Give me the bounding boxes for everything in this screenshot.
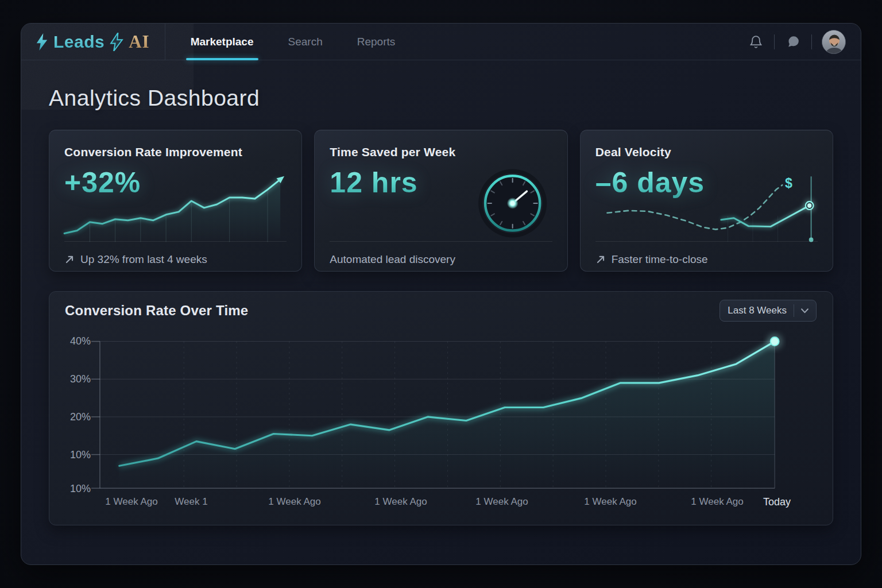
card-deal-velocity: Deal Velocity –6 days $ [580, 130, 833, 272]
conversion-chart-panel: Conversion Rate Over Time Last 8 Weeks [49, 291, 833, 525]
chat-icon [786, 34, 800, 49]
card-title: Deal Velocity [595, 145, 818, 159]
page-title: Analytics Dashboard [49, 86, 833, 111]
trend-up-arrow-icon [595, 254, 606, 265]
conversion-line-chart [49, 292, 833, 525]
card-divider [595, 241, 818, 242]
y-tick-label: 10% [49, 449, 91, 461]
nav-tabs: Marketplace Search Reports [173, 24, 413, 60]
card-footer-text: Faster time-to-close [612, 253, 708, 266]
x-tick-label: Week 1 [175, 496, 207, 508]
dollar-marker: $ [785, 176, 792, 191]
card-conversion-rate-improvement: Conversion Rate Improvement +32% [49, 130, 302, 272]
tab-reports-label: Reports [357, 36, 396, 48]
tab-reports[interactable]: Reports [340, 24, 413, 60]
x-tick-label-today: Today [763, 496, 791, 508]
logo-text-leads: Leads [53, 32, 105, 52]
tab-marketplace-label: Marketplace [191, 36, 254, 48]
tab-marketplace[interactable]: Marketplace [173, 24, 271, 60]
lightning-bolt-icon [35, 33, 49, 51]
card-footer: Automated lead discovery [330, 248, 552, 271]
trend-up-arrow-icon [64, 254, 75, 265]
card-value: –6 days [595, 166, 705, 199]
card-footer: Up 32% from last 4 weeks [64, 248, 287, 271]
lightning-bolt-outline-icon [109, 33, 124, 51]
card-divider [330, 241, 552, 242]
navbar-divider [811, 34, 812, 49]
messages-button[interactable] [784, 33, 802, 51]
x-tick-label: 1 Week Ago [105, 496, 157, 508]
tab-search-label: Search [288, 36, 323, 48]
bell-icon [749, 34, 763, 49]
logo-text-ai: AI [129, 32, 149, 52]
main-content: Analytics Dashboard Conversion Rate Impr… [21, 86, 861, 525]
y-tick-label: 20% [49, 411, 91, 423]
x-tick-label: 1 Week Ago [475, 496, 528, 508]
navbar-actions [747, 30, 846, 54]
card-footer-text: Automated lead discovery [330, 253, 455, 266]
x-tick-label: 1 Week Ago [691, 496, 743, 508]
card-value: +32% [64, 166, 141, 199]
card-footer: Faster time-to-close [595, 248, 818, 271]
card-title: Conversion Rate Improvement [64, 145, 287, 159]
tab-search[interactable]: Search [271, 24, 340, 60]
notifications-button[interactable] [747, 33, 764, 51]
card-title: Time Saved per Week [330, 145, 552, 159]
card-footer-text: Up 32% from last 4 weeks [80, 253, 207, 266]
card-time-saved: Time Saved per Week 12 hrs [314, 130, 567, 272]
app-window: Leads AI Marketplace Search Reports [21, 23, 861, 565]
card-divider [64, 241, 287, 242]
x-tick-label: 1 Week Ago [374, 496, 427, 508]
avatar[interactable] [822, 30, 846, 54]
y-tick-label: 40% [49, 335, 91, 347]
app-logo[interactable]: Leads AI [35, 24, 165, 60]
y-tick-label: 30% [49, 373, 91, 385]
kpi-cards-row: Conversion Rate Improvement +32% [49, 130, 833, 272]
card-value: 12 hrs [330, 166, 417, 199]
active-tab-underline [186, 58, 258, 60]
navbar: Leads AI Marketplace Search Reports [21, 24, 861, 60]
x-tick-label: 1 Week Ago [584, 496, 636, 508]
x-tick-label: 1 Week Ago [268, 496, 320, 508]
avatar-image [822, 30, 846, 54]
navbar-divider [774, 34, 775, 49]
y-tick-label: 10% [49, 483, 91, 495]
